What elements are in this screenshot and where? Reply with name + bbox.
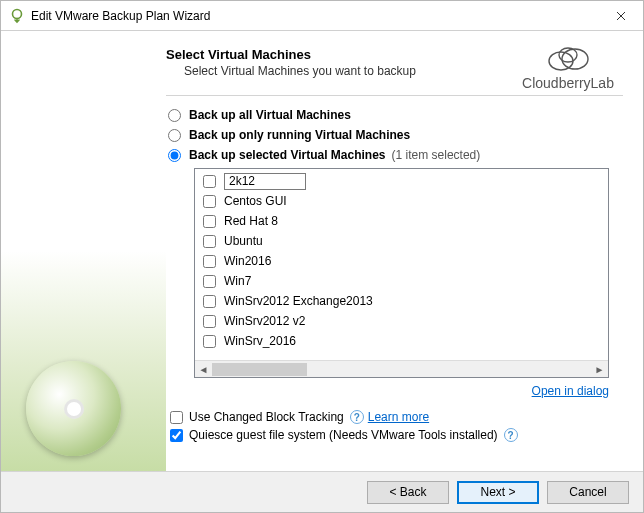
vm-checkbox[interactable] xyxy=(203,175,216,188)
vm-checkbox[interactable] xyxy=(203,255,216,268)
next-button[interactable]: Next > xyxy=(457,481,539,504)
page-title: Select Virtual Machines xyxy=(166,47,503,62)
close-button[interactable] xyxy=(598,1,643,30)
hscrollbar[interactable]: ◄ ► xyxy=(195,360,608,377)
vm-name: WinSrv2012 Exchange2013 xyxy=(224,294,373,308)
vm-checkbox[interactable] xyxy=(203,235,216,248)
vm-checkbox[interactable] xyxy=(203,335,216,348)
vm-checkbox[interactable] xyxy=(203,315,216,328)
divider xyxy=(166,95,623,96)
wizard-footer: < Back Next > Cancel xyxy=(1,471,643,513)
wizard-sidebar xyxy=(1,31,166,471)
back-button[interactable]: < Back xyxy=(367,481,449,504)
svg-point-1 xyxy=(549,52,573,70)
scroll-right-icon[interactable]: ► xyxy=(591,361,608,378)
vm-name: Win2016 xyxy=(224,254,271,268)
vm-row[interactable]: Centos GUI xyxy=(195,191,608,211)
header: Select Virtual Machines Select Virtual M… xyxy=(166,41,623,91)
vm-row[interactable]: WinSrv2012 Exchange2013 xyxy=(195,291,608,311)
open-in-dialog-link[interactable]: Open in dialog xyxy=(532,384,609,398)
cancel-button[interactable]: Cancel xyxy=(547,481,629,504)
vm-row[interactable]: 2k12 xyxy=(195,171,608,191)
radio-selected-vms[interactable]: Back up selected Virtual Machines (1 ite… xyxy=(168,148,623,162)
svg-point-0 xyxy=(13,9,22,18)
vm-row[interactable]: Ubuntu xyxy=(195,231,608,251)
open-dialog-wrap: Open in dialog xyxy=(194,384,609,398)
vm-checkbox[interactable] xyxy=(203,195,216,208)
radio-all-vms[interactable]: Back up all Virtual Machines xyxy=(168,108,623,122)
vm-row[interactable]: WinSrv_2016 xyxy=(195,331,608,351)
vm-name: Centos GUI xyxy=(224,194,287,208)
radio-running-input[interactable] xyxy=(168,129,181,142)
wizard-body: Select Virtual Machines Select Virtual M… xyxy=(1,31,643,471)
vm-row[interactable]: Red Hat 8 xyxy=(195,211,608,231)
vm-row[interactable]: Win7 xyxy=(195,271,608,291)
vm-checkbox[interactable] xyxy=(203,295,216,308)
vm-name: Win7 xyxy=(224,274,251,288)
radio-all-label: Back up all Virtual Machines xyxy=(189,108,351,122)
vm-list-wrap: 2k12Centos GUIRed Hat 8UbuntuWin2016Win7… xyxy=(194,168,609,398)
help-icon[interactable]: ? xyxy=(350,410,364,424)
title-bar: Edit VMware Backup Plan Wizard xyxy=(1,1,643,31)
wizard-main: Select Virtual Machines Select Virtual M… xyxy=(166,31,643,471)
vm-row[interactable]: Win2016 xyxy=(195,251,608,271)
vm-checkbox[interactable] xyxy=(203,275,216,288)
vm-name: Red Hat 8 xyxy=(224,214,278,228)
radio-running-label: Back up only running Virtual Machines xyxy=(189,128,410,142)
learn-more-link[interactable]: Learn more xyxy=(368,410,429,424)
cbt-checkbox[interactable] xyxy=(170,411,183,424)
backup-mode-group: Back up all Virtual Machines Back up onl… xyxy=(168,108,623,162)
radio-running-vms[interactable]: Back up only running Virtual Machines xyxy=(168,128,623,142)
disc-graphic xyxy=(26,361,121,456)
vm-list[interactable]: 2k12Centos GUIRed Hat 8UbuntuWin2016Win7… xyxy=(194,168,609,378)
options-group: Use Changed Block Tracking ? Learn more … xyxy=(170,410,623,442)
scroll-thumb[interactable] xyxy=(212,363,307,376)
radio-all-input[interactable] xyxy=(168,109,181,122)
vm-name: WinSrv2012 v2 xyxy=(224,314,305,328)
cbt-label: Use Changed Block Tracking xyxy=(189,410,344,424)
option-quiesce: Quiesce guest file system (Needs VMware … xyxy=(170,428,623,442)
page-subtitle: Select Virtual Machines you want to back… xyxy=(184,64,503,78)
window-title: Edit VMware Backup Plan Wizard xyxy=(31,9,598,23)
vm-name: Ubuntu xyxy=(224,234,263,248)
vm-name: WinSrv_2016 xyxy=(224,334,296,348)
brand-name: CloudberryLab xyxy=(513,75,623,91)
brand-logo: CloudberryLab xyxy=(513,41,623,91)
radio-selected-label: Back up selected Virtual Machines xyxy=(189,148,386,162)
radio-selected-input[interactable] xyxy=(168,149,181,162)
vm-row[interactable]: WinSrv2012 v2 xyxy=(195,311,608,331)
vm-name: 2k12 xyxy=(224,173,306,190)
help-icon[interactable]: ? xyxy=(504,428,518,442)
selected-count: (1 item selected) xyxy=(392,148,481,162)
vm-checkbox[interactable] xyxy=(203,215,216,228)
app-icon xyxy=(9,8,25,24)
quiesce-label: Quiesce guest file system (Needs VMware … xyxy=(189,428,498,442)
option-cbt: Use Changed Block Tracking ? Learn more xyxy=(170,410,623,424)
quiesce-checkbox[interactable] xyxy=(170,429,183,442)
scroll-left-icon[interactable]: ◄ xyxy=(195,361,212,378)
